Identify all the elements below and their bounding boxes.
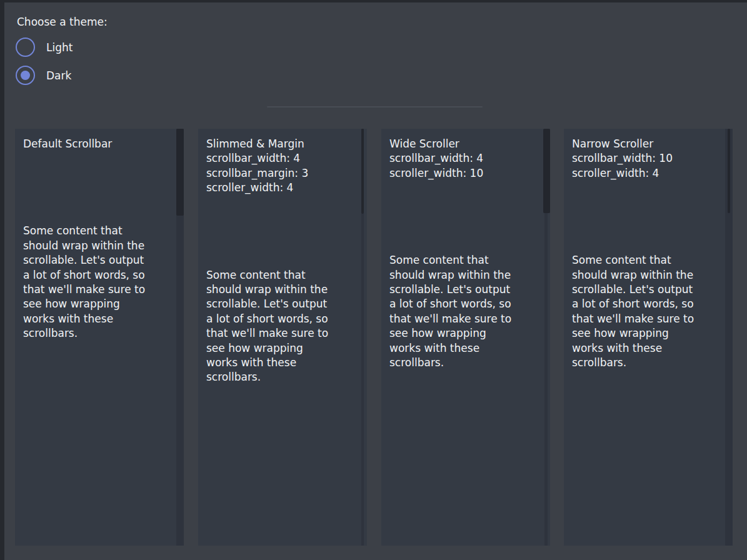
scroll-panel-wide-scroller[interactable]: Wide Scroller scrollbar_width: 4 scrolle…: [381, 129, 550, 546]
scrollbar-thumb[interactable]: [176, 129, 184, 216]
scrollbar-thumb[interactable]: [361, 129, 364, 214]
scroll-panel-narrow-scroller[interactable]: Narrow Scroller scrollbar_width: 10 scro…: [564, 129, 733, 546]
scrollbar-thumb[interactable]: [543, 129, 550, 213]
window-border-top: [0, 0, 747, 2]
panel-title: Default Scrollbar: [23, 137, 172, 151]
radio-icon-light[interactable]: [16, 38, 35, 57]
panel-params: scrollbar_width: 4 scroller_width: 10: [389, 152, 483, 179]
panel-title: Wide Scroller: [389, 138, 459, 150]
scroll-panel-slimmed-margin[interactable]: Slimmed & Margin scrollbar_width: 4 scro…: [198, 129, 367, 546]
radio-option-light[interactable]: Light: [16, 38, 73, 57]
radio-label-dark[interactable]: Dark: [46, 69, 71, 82]
panel-title-and-params: Wide Scroller scrollbar_width: 4 scrolle…: [389, 137, 538, 181]
scrollbar-thumb[interactable]: [728, 129, 730, 213]
panel-title: Narrow Scroller: [572, 138, 653, 150]
panel-params: scrollbar_width: 4 scrollbar_margin: 3 s…: [206, 152, 308, 194]
theme-chooser-label: Choose a theme:: [17, 15, 108, 29]
radio-option-dark[interactable]: Dark: [16, 66, 71, 85]
panel-body-text: Some content that should wrap within the…: [206, 268, 355, 385]
panel-params: scrollbar_width: 10 scroller_width: 4: [572, 152, 673, 179]
radio-label-light[interactable]: Light: [46, 41, 73, 54]
panel-body-text: Some content that should wrap within the…: [389, 253, 538, 370]
panel-body-text: Some content that should wrap within the…: [572, 253, 721, 370]
radio-selected-dot: [21, 71, 30, 80]
panel-body-text: Some content that should wrap within the…: [23, 224, 172, 341]
section-divider: [267, 106, 483, 108]
scroll-panel-default[interactable]: Default Scrollbar Some content that shou…: [15, 129, 184, 546]
radio-icon-dark[interactable]: [16, 66, 35, 85]
panel-title-and-params: Slimmed & Margin scrollbar_width: 4 scro…: [206, 137, 355, 196]
panel-title: Slimmed & Margin: [206, 138, 304, 150]
window-border-left: [0, 0, 4, 560]
panel-title-and-params: Narrow Scroller scrollbar_width: 10 scro…: [572, 137, 721, 181]
